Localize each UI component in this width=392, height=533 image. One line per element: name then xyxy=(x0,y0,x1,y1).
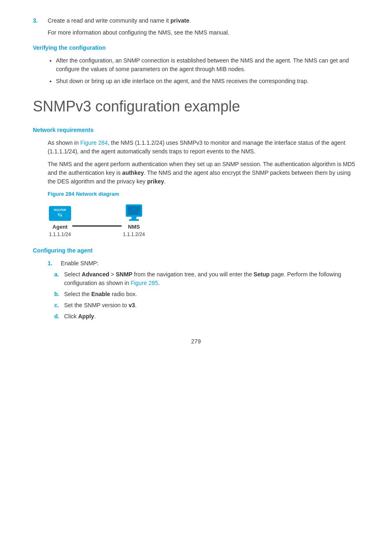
config-sub-steps: a. Select Advanced > SNMP from the navig… xyxy=(54,270,359,321)
sub-step-a: a. Select Advanced > SNMP from the navig… xyxy=(54,270,359,287)
page-title: SNMPv3 configuration example xyxy=(33,95,359,118)
bullet-1: After the configuration, an SNMP connect… xyxy=(56,56,359,74)
config-step-1-text: Enable SNMP: xyxy=(61,259,99,268)
svg-rect-4 xyxy=(131,217,136,219)
prikey-bold: prikey xyxy=(147,178,164,185)
configuring-heading: Configuring the agent xyxy=(33,246,359,255)
nms-label: NMS xyxy=(128,223,140,231)
network-requirements-heading: Network requirements xyxy=(33,126,359,134)
svg-rect-5 xyxy=(129,219,139,221)
config-step-1-number: 1. xyxy=(48,259,58,268)
nms-ip: 1.1.1.2/24 xyxy=(123,231,145,238)
router-icon: ROUTER ⇆ xyxy=(48,202,72,223)
configuring-steps: 1. Enable SNMP: a. Select Advanced > SNM… xyxy=(48,259,359,321)
sub-step-c: c. Set the SNMP version to v3. xyxy=(54,301,359,310)
configuring-section: Configuring the agent 1. Enable SNMP: a.… xyxy=(33,246,359,321)
authkey-bold: authkey xyxy=(122,169,144,176)
network-para-1: As shown in Figure 284, the NMS (1.1.1.2… xyxy=(48,139,359,156)
sub-step-d-label: d. xyxy=(54,312,64,321)
sub-step-b: b. Select the Enable radio box. xyxy=(54,290,359,299)
para2-after: . xyxy=(164,178,166,185)
step-3: 3. Create a read and write community and… xyxy=(33,16,359,25)
sub-step-c-content: Set the SNMP version to v3. xyxy=(64,301,359,310)
sub-step-d-content: Click Apply. xyxy=(64,312,359,321)
svg-text:ROUTER: ROUTER xyxy=(54,209,66,211)
agent-device: ROUTER ⇆ Agent 1.1.1.1/24 xyxy=(48,202,72,239)
svg-text:⇆: ⇆ xyxy=(58,211,62,218)
page-number: 279 xyxy=(33,337,359,346)
nms-device: NMS 1.1.1.2/24 xyxy=(122,202,146,239)
step-3-content: Create a read and write community and na… xyxy=(48,16,359,25)
figure-284-link[interactable]: Figure 284 xyxy=(80,139,108,146)
svg-rect-6 xyxy=(127,206,141,215)
for-more-info: For more information about configuring t… xyxy=(48,28,359,37)
verifying-bullets: After the configuration, an SNMP connect… xyxy=(56,56,359,86)
nms-icon xyxy=(122,202,146,223)
network-para-2: The NMS and the agent perform authentica… xyxy=(48,160,359,186)
sub-step-a-content: Select Advanced > SNMP from the navigati… xyxy=(64,270,359,287)
agent-ip: 1.1.1.1/24 xyxy=(49,231,71,238)
sub-step-b-content: Select the Enable radio box. xyxy=(64,290,359,299)
step-3-text-after: . xyxy=(189,17,191,24)
agent-label: Agent xyxy=(53,223,68,231)
bullet-2: Shut down or bring up an idle interface … xyxy=(56,77,359,86)
step-3-bold: private xyxy=(171,17,189,24)
network-requirements-section: Network requirements As shown in Figure … xyxy=(33,126,359,238)
verifying-section: Verifying the configuration After the co… xyxy=(33,44,359,86)
network-line xyxy=(72,225,122,227)
config-step-1: 1. Enable SNMP: a. Select Advanced > SNM… xyxy=(48,259,359,321)
sub-step-c-label: c. xyxy=(54,301,64,310)
verifying-heading: Verifying the configuration xyxy=(33,44,359,52)
step-number-3: 3. xyxy=(33,16,44,25)
sub-step-d: d. Click Apply. xyxy=(54,312,359,321)
sub-step-a-label: a. xyxy=(54,270,64,287)
sub-step-b-label: b. xyxy=(54,290,64,299)
network-diagram: ROUTER ⇆ Agent 1.1.1.1/24 xyxy=(48,202,359,239)
figure-285-link[interactable]: Figure 285 xyxy=(131,280,158,286)
step-3-text-before: Create a read and write community and na… xyxy=(48,17,171,24)
config-step-1-line: 1. Enable SNMP: xyxy=(48,259,359,268)
para1-before: As shown in xyxy=(48,139,80,146)
figure-284-title: Figure 284 Network diagram xyxy=(48,190,359,198)
